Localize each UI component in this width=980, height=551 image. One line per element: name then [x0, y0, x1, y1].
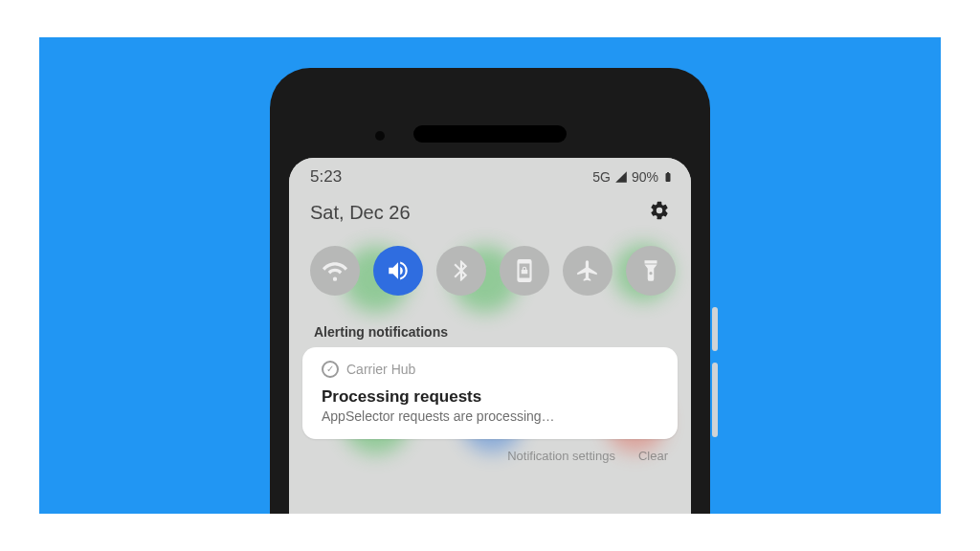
qs-sound-toggle[interactable] [373, 246, 423, 296]
side-button-lower [712, 363, 718, 437]
date-row: Sat, Dec 26 [289, 187, 691, 225]
stage: 5:23 5G 90% [0, 0, 980, 551]
status-network-label: 5G [592, 169, 611, 185]
flashlight-icon [638, 258, 663, 283]
notification-shade[interactable]: 5:23 5G 90% [289, 158, 691, 514]
phone-screen: 5:23 5G 90% [289, 158, 691, 514]
wifi-icon [323, 258, 347, 283]
settings-gear-button[interactable] [649, 200, 670, 225]
qs-flashlight-toggle[interactable] [626, 246, 676, 296]
shade-footer: Notification settings Clear [289, 439, 691, 463]
notification-body: AppSelector requests are processing… [322, 408, 658, 424]
bluetooth-icon [449, 258, 474, 283]
quick-settings-row [289, 225, 691, 296]
airplane-icon [575, 258, 600, 283]
notification-app-row: ✓ Carrier Hub [322, 361, 658, 378]
notification-title: Processing requests [322, 387, 658, 407]
rotation-lock-icon [512, 258, 537, 283]
signal-icon [614, 170, 628, 184]
status-time: 5:23 [310, 167, 342, 187]
front-camera-dot [375, 131, 385, 141]
qs-airplane-toggle[interactable] [563, 246, 612, 296]
qs-rotation-lock-toggle[interactable] [500, 246, 549, 296]
earpiece-speaker [413, 125, 567, 143]
qs-bluetooth-toggle[interactable] [436, 246, 486, 296]
shade-date: Sat, Dec 26 [310, 202, 411, 224]
qs-wifi-toggle[interactable] [310, 246, 360, 296]
status-battery-text: 90% [632, 169, 658, 185]
app-badge-icon: ✓ [322, 361, 339, 378]
phone-bezel: 5:23 5G 90% [270, 68, 710, 514]
sound-icon [386, 258, 411, 283]
status-right: 5G 90% [592, 169, 674, 185]
status-bar: 5:23 5G 90% [289, 158, 691, 187]
section-label: Alerting notifications [289, 296, 691, 347]
battery-icon [662, 169, 674, 185]
notification-card[interactable]: ✓ Carrier Hub Processing requests AppSel… [302, 347, 678, 439]
notification-settings-link[interactable]: Notification settings [507, 449, 615, 463]
phone-frame: 5:23 5G 90% [270, 68, 710, 514]
side-button-upper [712, 307, 718, 351]
clear-all-button[interactable]: Clear [638, 449, 668, 463]
notification-app-name: Carrier Hub [346, 362, 415, 377]
gear-icon [649, 200, 670, 221]
background-panel: 5:23 5G 90% [39, 37, 941, 514]
